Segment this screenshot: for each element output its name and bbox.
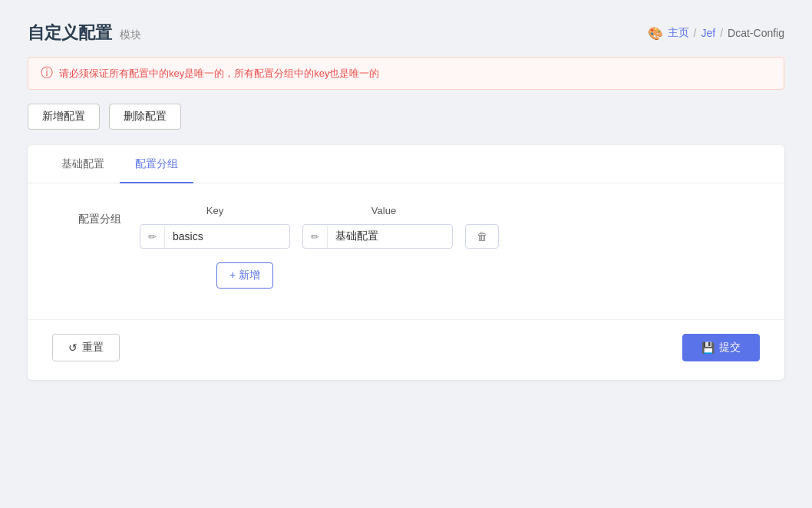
breadcrumb-home[interactable]: 主页 <box>668 26 689 40</box>
breadcrumb: 🎨 主页 / Jef / Dcat-Config <box>648 26 784 41</box>
key-edit-icon-button[interactable]: ✏ <box>140 226 165 248</box>
key-input-wrapper: ✏ <box>140 224 290 249</box>
key-column-header: Key <box>140 205 290 216</box>
reset-label: 重置 <box>82 341 104 355</box>
submit-icon: 💾 <box>701 341 715 354</box>
group-section: 配置分组 Key Value ✏ <box>52 205 760 289</box>
alert-bar: ⓘ 请必须保证所有配置中的key是唯一的，所有配置分组中的key也是唯一的 <box>28 57 784 90</box>
value-column-header: Value <box>309 205 459 216</box>
submit-label: 提交 <box>719 341 741 355</box>
tabs-container: 基础配置 配置分组 <box>28 145 784 183</box>
breadcrumb-sep1: / <box>694 27 697 39</box>
value-input[interactable] <box>328 225 453 248</box>
group-content: Key Value ✏ ✏ 🗑 <box>140 205 760 289</box>
page-wrapper: 自定义配置 模块 🎨 主页 / Jef / Dcat-Config ⓘ 请必须保… <box>0 0 812 401</box>
tab-group[interactable]: 配置分组 <box>120 145 193 183</box>
columns-header: Key Value <box>140 205 760 216</box>
page-title-area: 自定义配置 模块 <box>28 21 141 45</box>
action-buttons: 新增配置 删除配置 <box>28 104 784 130</box>
alert-icon: ⓘ <box>41 65 53 81</box>
delete-config-button[interactable]: 删除配置 <box>109 104 181 130</box>
reset-button[interactable]: ↺ 重置 <box>52 334 120 361</box>
reset-icon: ↺ <box>68 341 78 354</box>
breadcrumb-current: Dcat-Config <box>728 27 784 39</box>
home-icon: 🎨 <box>648 26 663 41</box>
group-label: 配置分组 <box>52 205 121 226</box>
page-header: 自定义配置 模块 🎨 主页 / Jef / Dcat-Config <box>28 21 784 45</box>
delete-row-button[interactable]: 🗑 <box>465 224 499 249</box>
alert-message: 请必须保证所有配置中的key是唯一的，所有配置分组中的key也是唯一的 <box>59 67 379 81</box>
key-input[interactable] <box>165 225 290 248</box>
breadcrumb-user[interactable]: Jef <box>701 27 716 39</box>
breadcrumb-sep2: / <box>720 27 723 39</box>
tab-basic[interactable]: 基础配置 <box>46 145 120 183</box>
value-input-wrapper: ✏ <box>302 224 453 249</box>
page-title: 自定义配置 <box>28 21 112 45</box>
add-button-container: + 新增 <box>140 259 760 289</box>
add-config-button[interactable]: 新增配置 <box>28 104 100 130</box>
page-subtitle: 模块 <box>120 28 141 42</box>
add-group-button[interactable]: + 新增 <box>216 262 273 289</box>
value-edit-icon-button[interactable]: ✏ <box>303 226 328 248</box>
table-row: ✏ ✏ 🗑 <box>140 224 760 249</box>
tab-content: 配置分组 Key Value ✏ <box>28 183 784 301</box>
submit-button[interactable]: 💾 提交 <box>682 334 760 361</box>
main-card: 基础配置 配置分组 配置分组 Key Value <box>28 145 784 380</box>
footer-actions: ↺ 重置 💾 提交 <box>28 319 784 361</box>
